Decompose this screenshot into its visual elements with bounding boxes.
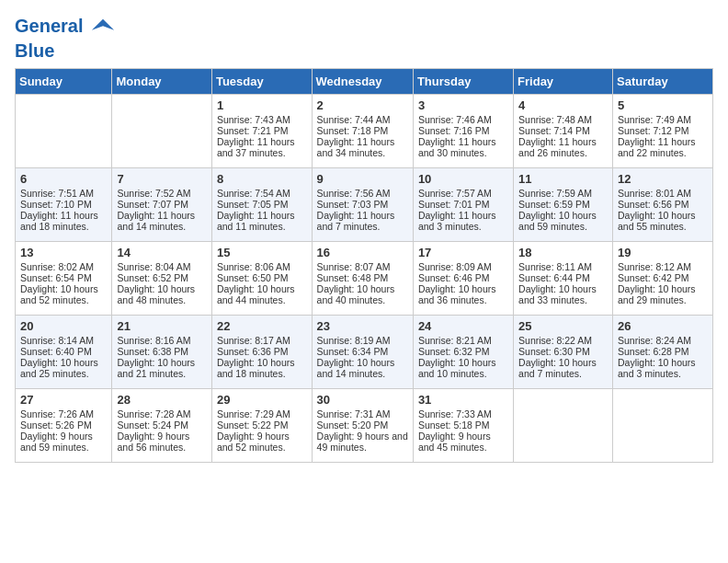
calendar-cell: 7Sunrise: 7:52 AMSunset: 7:07 PMDaylight… <box>112 168 211 242</box>
sunset: Sunset: 6:34 PM <box>317 346 389 357</box>
sunrise: Sunrise: 7:51 AM <box>20 188 94 199</box>
daylight: Daylight: 10 hours and 52 minutes. <box>20 283 98 305</box>
calendar-cell: 2Sunrise: 7:44 AMSunset: 7:18 PMDaylight… <box>312 95 413 168</box>
sunrise: Sunrise: 8:17 AM <box>217 335 290 346</box>
sunrise: Sunrise: 7:48 AM <box>518 114 592 125</box>
day-number: 26 <box>618 319 708 333</box>
logo: General Blue <box>15 15 116 61</box>
sunset: Sunset: 6:54 PM <box>20 272 92 283</box>
day-number: 19 <box>618 246 708 259</box>
calendar-cell: 15Sunrise: 8:06 AMSunset: 6:50 PMDayligh… <box>211 242 312 316</box>
calendar-cell: 31Sunrise: 7:33 AMSunset: 5:18 PMDayligh… <box>413 389 513 463</box>
sunrise: Sunrise: 8:22 AM <box>518 335 592 346</box>
sunset: Sunset: 6:52 PM <box>117 272 188 283</box>
sunset: Sunset: 7:10 PM <box>20 199 92 210</box>
sunrise: Sunrise: 8:09 AM <box>418 261 492 272</box>
daylight: Daylight: 11 hours and 3 minutes. <box>418 210 496 232</box>
calendar-cell: 25Sunrise: 8:22 AMSunset: 6:30 PMDayligh… <box>514 316 613 389</box>
sunset: Sunset: 7:14 PM <box>518 125 590 136</box>
sunset: Sunset: 5:24 PM <box>117 419 188 431</box>
calendar-cell: 16Sunrise: 8:07 AMSunset: 6:48 PMDayligh… <box>312 242 413 316</box>
day-number: 27 <box>20 393 107 407</box>
weekday-header-row: SundayMondayTuesdayWednesdayThursdayFrid… <box>16 69 713 95</box>
sunrise: Sunrise: 8:24 AM <box>618 335 691 346</box>
calendar-cell: 24Sunrise: 8:21 AMSunset: 6:32 PMDayligh… <box>413 316 513 389</box>
calendar-table: SundayMondayTuesdayWednesdayThursdayFrid… <box>15 68 713 463</box>
daylight: Daylight: 11 hours and 26 minutes. <box>518 136 597 158</box>
calendar-cell <box>112 95 211 168</box>
calendar-cell: 30Sunrise: 7:31 AMSunset: 5:20 PMDayligh… <box>312 389 413 463</box>
calendar-cell: 4Sunrise: 7:48 AMSunset: 7:14 PMDaylight… <box>514 95 613 168</box>
sunset: Sunset: 6:48 PM <box>317 272 389 283</box>
sunrise: Sunrise: 7:29 AM <box>217 408 290 419</box>
sunrise: Sunrise: 8:02 AM <box>20 261 94 272</box>
calendar-cell: 8Sunrise: 7:54 AMSunset: 7:05 PMDaylight… <box>211 168 312 242</box>
week-row-1: 1Sunrise: 7:43 AMSunset: 7:21 PMDaylight… <box>16 95 713 168</box>
daylight: Daylight: 9 hours and 49 minutes. <box>317 431 408 453</box>
day-number: 3 <box>418 98 508 112</box>
weekday-header-saturday: Saturday <box>612 69 712 95</box>
day-number: 11 <box>518 172 608 186</box>
daylight: Daylight: 10 hours and 29 minutes. <box>618 283 696 305</box>
sunset: Sunset: 6:28 PM <box>618 346 689 357</box>
sunset: Sunset: 7:12 PM <box>618 125 689 136</box>
sunset: Sunset: 6:59 PM <box>518 199 590 210</box>
sunset: Sunset: 5:20 PM <box>317 419 389 431</box>
sunset: Sunset: 5:26 PM <box>20 419 92 431</box>
sunrise: Sunrise: 7:44 AM <box>317 114 391 125</box>
day-number: 9 <box>317 172 408 186</box>
calendar-cell: 27Sunrise: 7:26 AMSunset: 5:26 PMDayligh… <box>16 389 112 463</box>
sunrise: Sunrise: 7:31 AM <box>317 408 391 419</box>
day-number: 21 <box>117 319 206 333</box>
daylight: Daylight: 10 hours and 7 minutes. <box>518 357 597 379</box>
day-number: 14 <box>117 246 206 259</box>
daylight: Daylight: 11 hours and 7 minutes. <box>317 210 395 232</box>
sunrise: Sunrise: 8:21 AM <box>418 335 492 346</box>
day-number: 18 <box>518 246 608 259</box>
sunrise: Sunrise: 7:33 AM <box>418 408 492 419</box>
sunset: Sunset: 7:21 PM <box>217 125 289 136</box>
daylight: Daylight: 11 hours and 30 minutes. <box>418 136 496 158</box>
sunset: Sunset: 5:22 PM <box>217 419 289 431</box>
week-row-3: 13Sunrise: 8:02 AMSunset: 6:54 PMDayligh… <box>16 242 713 316</box>
daylight: Daylight: 9 hours and 52 minutes. <box>217 431 290 453</box>
sunrise: Sunrise: 7:43 AM <box>217 114 290 125</box>
day-number: 24 <box>418 319 508 333</box>
weekday-header-friday: Friday <box>514 69 613 95</box>
sunrise: Sunrise: 8:14 AM <box>20 335 94 346</box>
calendar-cell: 14Sunrise: 8:04 AMSunset: 6:52 PMDayligh… <box>112 242 211 316</box>
day-number: 5 <box>618 98 708 112</box>
sunrise: Sunrise: 7:59 AM <box>518 188 592 199</box>
day-number: 16 <box>317 246 408 259</box>
sunset: Sunset: 7:03 PM <box>317 199 389 210</box>
sunrise: Sunrise: 8:06 AM <box>217 261 290 272</box>
daylight: Daylight: 9 hours and 59 minutes. <box>20 431 93 453</box>
day-number: 4 <box>518 98 608 112</box>
daylight: Daylight: 11 hours and 22 minutes. <box>618 136 696 158</box>
sunrise: Sunrise: 7:57 AM <box>418 188 492 199</box>
calendar-cell: 22Sunrise: 8:17 AMSunset: 6:36 PMDayligh… <box>211 316 312 389</box>
sunset: Sunset: 7:16 PM <box>418 125 490 136</box>
day-number: 2 <box>317 98 408 112</box>
sunrise: Sunrise: 8:12 AM <box>618 261 691 272</box>
calendar-cell: 17Sunrise: 8:09 AMSunset: 6:46 PMDayligh… <box>413 242 513 316</box>
day-number: 30 <box>317 393 408 407</box>
daylight: Daylight: 10 hours and 40 minutes. <box>317 283 395 305</box>
daylight: Daylight: 11 hours and 18 minutes. <box>20 210 98 232</box>
calendar-cell: 10Sunrise: 7:57 AMSunset: 7:01 PMDayligh… <box>413 168 513 242</box>
daylight: Daylight: 10 hours and 36 minutes. <box>418 283 496 305</box>
page-header: General Blue <box>15 15 713 61</box>
weekday-header-wednesday: Wednesday <box>312 69 413 95</box>
calendar-cell: 3Sunrise: 7:46 AMSunset: 7:16 PMDaylight… <box>413 95 513 168</box>
daylight: Daylight: 10 hours and 25 minutes. <box>20 357 98 379</box>
sunset: Sunset: 6:50 PM <box>217 272 289 283</box>
daylight: Daylight: 10 hours and 33 minutes. <box>518 283 597 305</box>
sunset: Sunset: 6:36 PM <box>217 346 289 357</box>
week-row-2: 6Sunrise: 7:51 AMSunset: 7:10 PMDaylight… <box>16 168 713 242</box>
sunset: Sunset: 7:18 PM <box>317 125 389 136</box>
week-row-4: 20Sunrise: 8:14 AMSunset: 6:40 PMDayligh… <box>16 316 713 389</box>
day-number: 23 <box>317 319 408 333</box>
weekday-header-monday: Monday <box>112 69 211 95</box>
day-number: 29 <box>217 393 307 407</box>
logo-blue: Blue <box>15 40 116 61</box>
